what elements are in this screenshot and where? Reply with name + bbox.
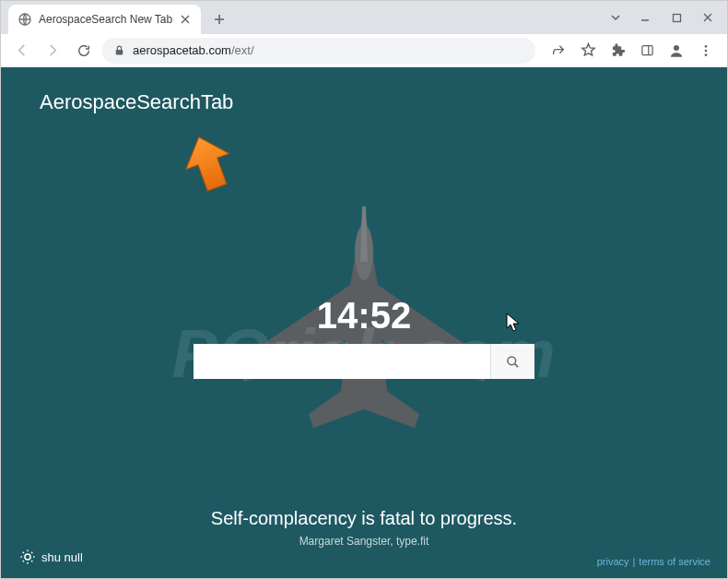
chevron-down-icon[interactable] bbox=[602, 5, 629, 30]
new-tab-button[interactable] bbox=[206, 6, 232, 32]
weather-widget[interactable]: shu null bbox=[19, 549, 83, 565]
weather-icon bbox=[19, 549, 36, 565]
extensions-icon[interactable] bbox=[604, 38, 631, 64]
svg-point-9 bbox=[508, 356, 516, 364]
page-title: AerospaceSearchTab bbox=[40, 90, 233, 114]
page-content: AerospaceSearchTab PCrisk.com 14:52 Self… bbox=[1, 67, 727, 578]
tab-strip: AerospaceSearch New Tab bbox=[1, 1, 727, 34]
lock-icon bbox=[113, 44, 125, 56]
separator: | bbox=[633, 556, 636, 567]
maximize-button[interactable] bbox=[661, 5, 692, 30]
clock: 14:52 bbox=[317, 295, 411, 337]
tab-title: AerospaceSearch New Tab bbox=[39, 13, 172, 26]
minimize-button[interactable] bbox=[629, 5, 661, 30]
browser-window: AerospaceSearch New Tab bbox=[0, 0, 728, 579]
close-window-button[interactable] bbox=[692, 5, 723, 30]
terms-link[interactable]: terms of service bbox=[639, 556, 710, 567]
toolbar-actions bbox=[541, 38, 720, 64]
url-bar[interactable]: aerospacetab.com/ext/ bbox=[102, 38, 535, 64]
globe-icon bbox=[18, 12, 32, 27]
close-icon[interactable] bbox=[179, 13, 192, 26]
quote-text: Self-complacency is fatal to progress. bbox=[1, 508, 727, 529]
bookmark-icon[interactable] bbox=[574, 38, 602, 64]
weather-text: shu null bbox=[41, 550, 83, 564]
search-input[interactable] bbox=[194, 344, 490, 379]
back-button[interactable] bbox=[8, 38, 34, 64]
svg-point-10 bbox=[25, 554, 30, 560]
url-text: aerospacetab.com/ext/ bbox=[133, 43, 524, 57]
sidepanel-icon[interactable] bbox=[633, 38, 661, 64]
quote-block: Self-complacency is fatal to progress. M… bbox=[1, 508, 727, 548]
quote-author: Margaret Sangster, type.fit bbox=[1, 535, 727, 548]
svg-rect-1 bbox=[673, 14, 680, 21]
pointer-arrow-overlay bbox=[183, 134, 233, 193]
reload-button[interactable] bbox=[71, 38, 97, 64]
svg-point-5 bbox=[705, 45, 708, 48]
forward-button[interactable] bbox=[40, 38, 65, 64]
window-controls bbox=[602, 1, 727, 34]
mouse-cursor bbox=[506, 313, 521, 333]
profile-icon[interactable] bbox=[663, 38, 690, 64]
search-box bbox=[194, 344, 534, 379]
svg-point-7 bbox=[705, 53, 708, 56]
address-bar: aerospacetab.com/ext/ bbox=[1, 34, 727, 67]
browser-tab[interactable]: AerospaceSearch New Tab bbox=[8, 5, 201, 34]
svg-rect-2 bbox=[116, 50, 123, 54]
menu-icon[interactable] bbox=[692, 38, 720, 64]
svg-point-6 bbox=[705, 49, 708, 52]
svg-rect-3 bbox=[641, 46, 652, 55]
share-icon[interactable] bbox=[545, 38, 572, 64]
svg-point-4 bbox=[674, 45, 679, 51]
search-button[interactable] bbox=[490, 344, 534, 379]
footer-links: privacy | terms of service bbox=[597, 556, 710, 567]
search-icon bbox=[506, 355, 520, 369]
privacy-link[interactable]: privacy bbox=[597, 556, 629, 567]
